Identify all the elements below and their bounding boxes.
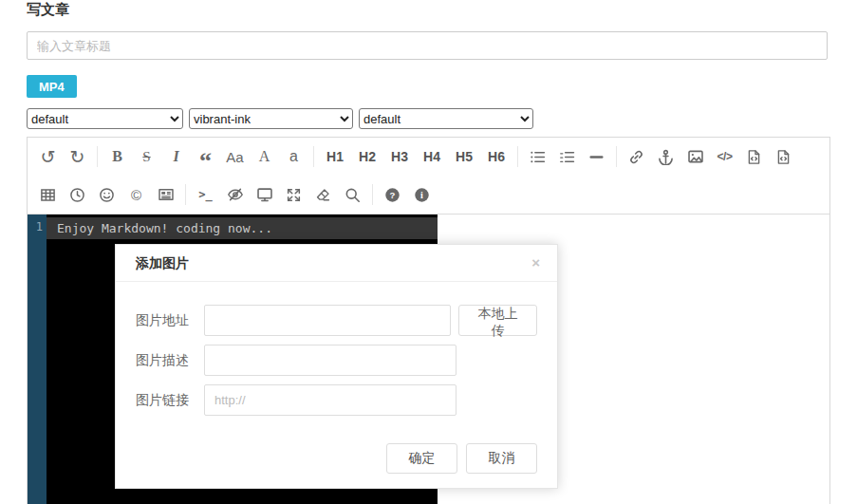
ordered-list-icon <box>559 149 575 165</box>
help-circle-icon: ? <box>384 187 401 203</box>
image-alt-input[interactable] <box>204 345 456 376</box>
monitor-icon <box>256 186 273 203</box>
toolbar-separator <box>517 146 518 167</box>
emoji-button[interactable] <box>92 179 121 210</box>
eraser-icon <box>315 187 331 203</box>
link-button[interactable] <box>622 141 651 172</box>
code-icon: </> <box>717 151 733 162</box>
h4-button[interactable]: H4 <box>416 141 448 172</box>
toolbar-separator <box>97 146 98 167</box>
horizontal-rule-icon <box>588 149 605 165</box>
strikethrough-button[interactable]: S <box>132 141 161 172</box>
help-button[interactable]: ? <box>378 179 407 210</box>
page-title: 写文章 <box>27 1 69 19</box>
svg-text:?: ? <box>390 189 396 199</box>
info-circle-icon: i <box>414 187 430 203</box>
info-button[interactable]: i <box>407 179 437 210</box>
h2-button[interactable]: H2 <box>351 141 383 172</box>
bold-button[interactable]: B <box>102 141 132 172</box>
bold-icon: B <box>112 149 122 164</box>
h6-icon: H6 <box>488 150 505 163</box>
lowercase-button[interactable]: a <box>279 141 308 172</box>
link-icon <box>628 149 644 165</box>
image-alt-row: 图片描述 <box>136 345 537 376</box>
undo-button[interactable]: ↺ <box>33 141 63 172</box>
editor-theme-select[interactable]: default <box>27 108 183 129</box>
close-icon: × <box>531 254 540 271</box>
confirm-button[interactable]: 确定 <box>386 443 457 474</box>
h3-icon: H3 <box>391 150 408 163</box>
goto-line-button[interactable]: >_ <box>191 179 220 210</box>
uppercase-button[interactable]: A <box>250 141 279 172</box>
quote-button[interactable]: “ <box>191 141 220 172</box>
table-button[interactable] <box>33 179 63 210</box>
h1-button[interactable]: H1 <box>319 141 351 172</box>
lowercase-icon: a <box>289 149 298 164</box>
h6-button[interactable]: H6 <box>480 141 512 172</box>
anchor-button[interactable] <box>651 141 680 172</box>
article-title-input[interactable] <box>27 31 828 60</box>
quote-icon: “ <box>199 149 212 161</box>
italic-button[interactable]: I <box>161 141 191 172</box>
image-icon <box>687 148 704 165</box>
cancel-button[interactable]: 取消 <box>466 443 537 474</box>
toolbar-separator <box>313 146 314 167</box>
dialog-close-button[interactable]: × <box>528 245 544 281</box>
image-button[interactable] <box>680 141 710 172</box>
local-upload-button[interactable]: 本地上传 <box>458 305 537 336</box>
codemirror-theme-select[interactable]: vibrant-ink <box>189 108 353 129</box>
preview-button[interactable] <box>250 179 279 210</box>
datetime-button[interactable] <box>63 179 92 210</box>
h5-button[interactable]: H5 <box>448 141 480 172</box>
h4-icon: H4 <box>423 150 440 163</box>
ordered-list-button[interactable] <box>552 141 582 172</box>
toolbar-separator <box>372 184 373 205</box>
file-code-icon <box>746 149 762 165</box>
image-url-input[interactable] <box>204 305 451 336</box>
dialog-header: 添加图片 × <box>116 245 557 282</box>
html-entities-button[interactable]: © <box>121 179 151 210</box>
table-icon <box>40 187 56 203</box>
clock-icon <box>69 187 85 203</box>
mp4-tag-button[interactable]: MP4 <box>27 75 77 98</box>
toolbar-row-2: © >_ <box>28 176 829 214</box>
smiley-icon <box>99 187 115 203</box>
redo-icon: ↻ <box>70 148 85 166</box>
file-code-block-icon <box>775 149 792 165</box>
fullscreen-button[interactable] <box>279 179 308 210</box>
strikethrough-icon: S <box>142 150 150 164</box>
image-url-label: 图片地址 <box>136 312 204 329</box>
fullscreen-arrows-icon <box>286 187 302 203</box>
h1-icon: H1 <box>326 150 344 163</box>
preview-theme-select[interactable]: default <box>359 108 533 129</box>
copyright-icon: © <box>131 188 141 202</box>
toolbar-row-1: ↺ ↻ B S I “ Aa A a H1 H2 H3 H4 H5 H6 <box>28 138 829 176</box>
search-button[interactable] <box>338 179 367 210</box>
horizontal-rule-button[interactable] <box>582 141 611 172</box>
code-block-button[interactable] <box>769 141 798 172</box>
theme-select-row: default vibrant-ink default <box>27 108 533 129</box>
code-button[interactable]: </> <box>710 141 739 172</box>
image-url-row: 图片地址 本地上传 <box>136 305 537 336</box>
svg-text:i: i <box>420 189 423 199</box>
redo-button[interactable]: ↻ <box>63 141 92 172</box>
unordered-list-button[interactable] <box>523 141 552 172</box>
preformatted-text-button[interactable] <box>739 141 769 172</box>
watch-button[interactable] <box>220 179 250 210</box>
clear-button[interactable] <box>308 179 338 210</box>
image-link-input[interactable] <box>204 384 456 416</box>
anchor-icon <box>658 149 674 165</box>
ucwords-icon: Aa <box>226 150 243 164</box>
uppercase-icon: A <box>259 149 270 164</box>
h2-icon: H2 <box>359 150 376 163</box>
eye-slash-icon <box>227 186 244 203</box>
toolbar-separator <box>616 146 617 167</box>
h3-button[interactable]: H3 <box>383 141 416 172</box>
h5-icon: H5 <box>456 150 473 163</box>
dialog-title: 添加图片 <box>136 255 189 271</box>
image-link-row: 图片链接 <box>136 384 537 416</box>
ucwords-button[interactable]: Aa <box>220 141 250 172</box>
active-code-line[interactable]: Enjoy Markdown! coding now... <box>47 217 438 239</box>
line-number-gutter: 1 <box>28 215 47 504</box>
pagebreak-button[interactable] <box>151 179 180 210</box>
